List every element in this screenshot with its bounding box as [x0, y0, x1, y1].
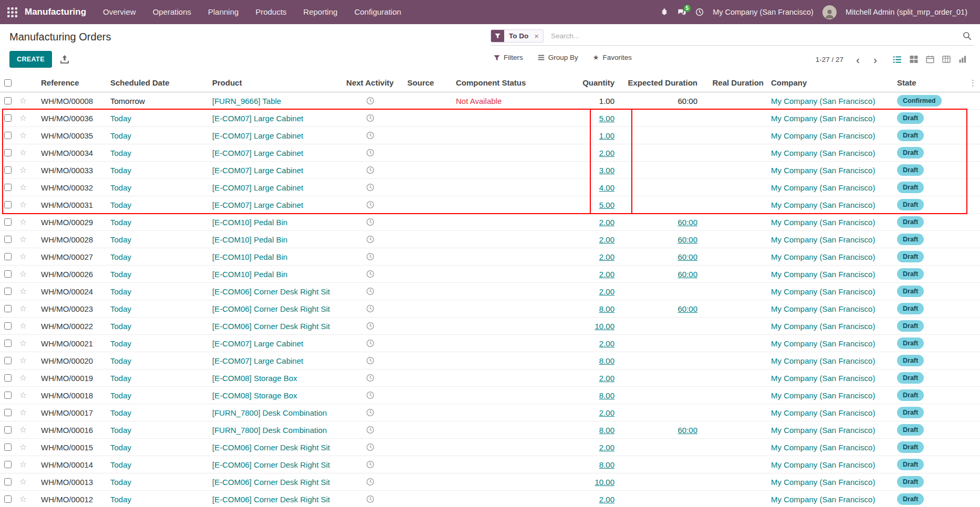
pager-next-icon[interactable]: › [872, 54, 878, 65]
star-icon[interactable]: ☆ [19, 218, 27, 226]
select-all-checkbox[interactable] [4, 79, 12, 87]
star-icon[interactable]: ☆ [19, 339, 27, 347]
star-icon[interactable]: ☆ [19, 235, 27, 244]
activity-clock-icon[interactable] [366, 443, 374, 451]
row-checkbox[interactable] [4, 357, 12, 364]
column-header-quantity[interactable]: Quantity [553, 78, 619, 87]
table-row[interactable]: ☆WH/MO/00018Today[E-COM08] Storage Box8.… [0, 387, 980, 404]
activity-clock-icon[interactable] [366, 183, 374, 192]
apps-grid-icon[interactable] [7, 7, 17, 17]
activity-clock-icon[interactable] [366, 200, 374, 209]
star-icon[interactable]: ☆ [19, 270, 27, 278]
star-icon[interactable]: ☆ [19, 426, 27, 434]
row-checkbox[interactable] [4, 218, 12, 226]
group-by-button[interactable]: Group By [538, 54, 578, 61]
menu-operations[interactable]: Operations [144, 0, 200, 24]
star-icon[interactable]: ☆ [19, 200, 27, 209]
activity-clock-icon[interactable] [366, 426, 374, 434]
star-icon[interactable]: ☆ [19, 478, 27, 486]
activity-clock-icon[interactable] [366, 408, 374, 417]
activity-clock-icon[interactable] [366, 495, 374, 503]
row-checkbox[interactable] [4, 340, 12, 347]
table-row[interactable]: ☆WH/MO/00026Today[E-COM10] Pedal Bin2.00… [0, 266, 980, 283]
activity-clock-icon[interactable] [366, 322, 374, 330]
menu-reporting[interactable]: Reporting [295, 0, 346, 24]
row-checkbox[interactable] [4, 461, 12, 468]
activity-clock-icon[interactable] [366, 131, 374, 140]
table-row[interactable]: ☆WH/MO/00036Today[E-COM07] Large Cabinet… [0, 110, 980, 127]
star-icon[interactable]: ☆ [19, 460, 27, 469]
table-row[interactable]: ☆WH/MO/00017Today[FURN_7800] Desk Combin… [0, 404, 980, 421]
search-bar[interactable]: To Do × [491, 28, 974, 46]
row-checkbox[interactable] [4, 305, 12, 312]
row-checkbox[interactable] [4, 426, 12, 434]
row-checkbox[interactable] [4, 288, 12, 295]
activity-clock-icon[interactable] [366, 339, 374, 347]
activity-clock-icon[interactable] [366, 166, 374, 174]
table-row[interactable]: ☆WH/MO/00023Today[E-COM06] Corner Desk R… [0, 300, 980, 318]
star-icon[interactable]: ☆ [19, 495, 27, 503]
table-row[interactable]: ☆WH/MO/00019Today[E-COM08] Storage Box2.… [0, 369, 980, 387]
star-icon[interactable]: ☆ [19, 183, 27, 192]
activity-clock-icon[interactable] [366, 235, 374, 244]
favorites-button[interactable]: ★ Favorites [593, 54, 632, 61]
activity-clock-icon[interactable] [366, 114, 374, 122]
activity-clock-icon[interactable] [366, 149, 374, 157]
user-avatar[interactable] [822, 5, 837, 19]
search-input[interactable] [547, 32, 960, 40]
row-checkbox[interactable] [4, 132, 12, 139]
row-checkbox[interactable] [4, 114, 12, 122]
star-icon[interactable]: ☆ [19, 97, 27, 105]
menu-configuration[interactable]: Configuration [346, 0, 410, 24]
user-menu[interactable]: Mitchell Admin (split_mrp_order_01) [846, 8, 967, 16]
star-icon[interactable]: ☆ [19, 443, 27, 451]
row-checkbox[interactable] [4, 166, 12, 174]
activity-clock-icon[interactable] [366, 287, 374, 295]
column-header-scheduled-date[interactable]: Scheduled Date [101, 78, 201, 87]
table-row[interactable]: ☆WH/MO/00021Today[E-COM07] Large Cabinet… [0, 335, 980, 352]
star-icon[interactable]: ☆ [19, 374, 27, 382]
filters-button[interactable]: Filters [494, 54, 523, 61]
star-icon[interactable]: ☆ [19, 166, 27, 174]
table-row[interactable]: ☆WH/MO/00012Today[E-COM06] Corner Desk R… [0, 491, 980, 507]
star-icon[interactable]: ☆ [19, 252, 27, 261]
row-checkbox[interactable] [4, 495, 12, 503]
table-row[interactable]: ☆WH/MO/00020Today[E-COM07] Large Cabinet… [0, 352, 980, 369]
star-icon[interactable]: ☆ [19, 322, 27, 330]
star-icon[interactable]: ☆ [19, 356, 27, 365]
optional-columns-icon[interactable]: ⋮ [969, 78, 977, 87]
column-header-component-status[interactable]: Component Status [441, 78, 553, 87]
row-checkbox[interactable] [4, 392, 12, 399]
list-view-icon[interactable] [893, 55, 902, 64]
table-row[interactable]: ☆WH/MO/00016Today[FURN_7800] Desk Combin… [0, 421, 980, 439]
activity-clock-icon[interactable] [366, 304, 374, 313]
activity-clock-icon[interactable] [366, 478, 374, 486]
table-row[interactable]: ☆WH/MO/00013Today[E-COM06] Corner Desk R… [0, 473, 980, 491]
menu-products[interactable]: Products [247, 0, 295, 24]
pager-previous-icon[interactable]: ‹ [855, 54, 861, 65]
star-icon[interactable]: ☆ [19, 287, 27, 295]
column-header-source[interactable]: Source [400, 78, 441, 87]
table-row[interactable]: ☆WH/MO/00033Today[E-COM07] Large Cabinet… [0, 162, 980, 179]
activity-clock-icon[interactable] [366, 391, 374, 399]
table-row[interactable]: ☆WH/MO/00029Today[E-COM10] Pedal Bin2.00… [0, 214, 980, 231]
graph-view-icon[interactable] [958, 55, 967, 64]
column-header-real-duration[interactable]: Real Duration [703, 78, 769, 87]
star-icon[interactable]: ☆ [19, 304, 27, 313]
table-row[interactable]: ☆WH/MO/00024Today[E-COM06] Corner Desk R… [0, 283, 980, 300]
activity-clock-icon[interactable] [366, 460, 374, 469]
table-row[interactable]: ☆WH/MO/00022Today[E-COM06] Corner Desk R… [0, 318, 980, 335]
activities-clock-icon[interactable] [695, 8, 704, 16]
table-row[interactable]: ☆WH/MO/00014Today[E-COM06] Corner Desk R… [0, 456, 980, 473]
row-checkbox[interactable] [4, 97, 12, 104]
row-checkbox[interactable] [4, 374, 12, 382]
column-header-product[interactable]: Product [201, 78, 340, 87]
column-header-reference[interactable]: Reference [30, 78, 101, 87]
table-row[interactable]: ☆WH/MO/00008Tomorrow[FURN_9666] TableNot… [0, 92, 980, 110]
row-checkbox[interactable] [4, 184, 12, 191]
row-checkbox[interactable] [4, 149, 12, 156]
activity-clock-icon[interactable] [366, 374, 374, 382]
search-facet[interactable]: To Do × [491, 29, 544, 43]
row-checkbox[interactable] [4, 253, 12, 260]
app-name[interactable]: Manufacturing [25, 7, 86, 17]
